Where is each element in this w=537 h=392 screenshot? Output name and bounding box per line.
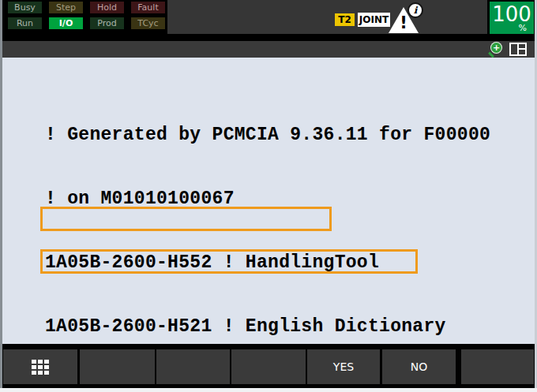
mode-badge-t2: T2 (335, 13, 355, 26)
info-badge-icon: i (407, 2, 423, 18)
function-key-bar: YES NO (2, 344, 535, 388)
status-led-fault: Fault (131, 2, 165, 13)
status-led-run: Run (8, 17, 42, 29)
magnifier-lens: + (491, 43, 501, 53)
teach-pendant-screen: Busy Step Hold Fault Run I/O Prod TCyc T… (0, 0, 537, 392)
status-led-tcyc: TCyc (131, 17, 165, 29)
highlight-box-user-socket-msg (40, 249, 418, 274)
terminal-line: ! Generated by PCMCIA 9.36.11 for F00000 (45, 125, 535, 146)
window-border-bottom (0, 388, 537, 392)
window-border-left (0, 0, 2, 392)
status-led-io: I/O (49, 17, 83, 29)
terminal-output: ! Generated by PCMCIA 9.36.11 for F00000… (2, 58, 535, 344)
speed-value: 100 (490, 4, 534, 25)
status-led-step: Step (49, 2, 83, 13)
split-screen-icon[interactable] (509, 43, 527, 56)
speed-override-display: 100 % (490, 2, 534, 34)
status-led-prod: Prod (90, 17, 124, 29)
status-bar-panel (167, 0, 487, 34)
split-horizontal-divider (517, 48, 525, 50)
fkey-f7-button[interactable] (461, 349, 534, 384)
fkey-f2-button[interactable] (80, 349, 155, 384)
status-led-busy: Busy (8, 2, 42, 13)
menu-grid-icon (32, 360, 49, 375)
coord-system-badge: JOINT (358, 13, 390, 27)
highlight-box-karel (40, 207, 332, 231)
speed-unit: % (519, 23, 527, 33)
fkey-yes-button[interactable]: YES (307, 349, 380, 384)
zoom-in-icon[interactable]: + (488, 43, 501, 56)
icon-toolbar: + (2, 41, 535, 58)
status-led-grid: Busy Step Hold Fault Run I/O Prod TCyc (8, 2, 165, 29)
terminal-line: 1A05B-2600-H521 ! English Dictionary (45, 316, 535, 338)
fkey-no-button[interactable]: NO (382, 349, 456, 384)
fkey-f4-button[interactable] (231, 349, 306, 384)
fkey-f3-button[interactable] (156, 349, 230, 384)
fkey-menu-button[interactable] (3, 349, 77, 384)
alarm-warning-icon[interactable]: ! i (389, 4, 423, 33)
status-led-hold: Hold (90, 2, 124, 13)
status-bar: Busy Step Hold Fault Run I/O Prod TCyc T… (2, 0, 535, 34)
